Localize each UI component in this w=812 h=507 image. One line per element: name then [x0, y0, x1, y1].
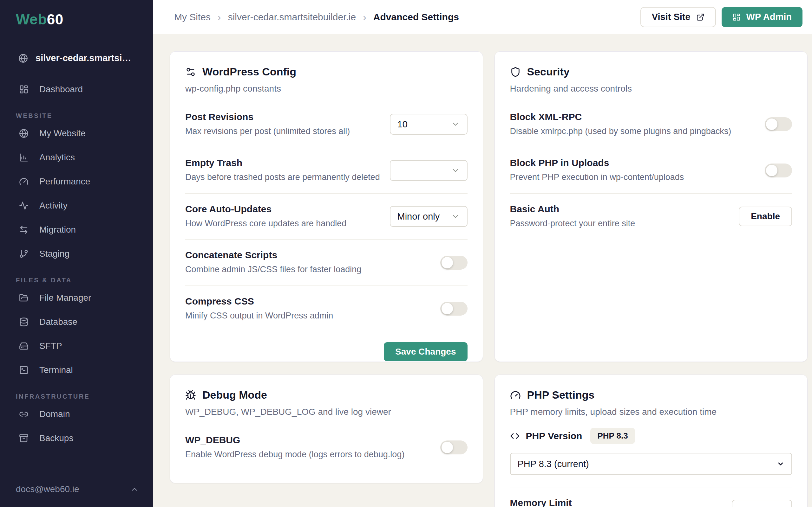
sliders-icon — [185, 66, 196, 77]
sidebar-item-file-manager[interactable]: File Manager — [0, 286, 153, 310]
sidebar-account-row[interactable]: docs@web60.ie — [0, 472, 153, 507]
setting-description: How WordPress core updates are handled — [185, 218, 380, 229]
setting-row-block-xml-rpc: Block XML-RPC Disable xmlrpc.php (used b… — [510, 101, 792, 147]
memory-limit-select[interactable]: 256 MB — [732, 500, 792, 507]
php-version-select[interactable]: PHP 8.3 (current) — [510, 453, 792, 475]
bar-chart-icon — [19, 153, 29, 162]
sidebar-item-database[interactable]: Database — [0, 310, 153, 334]
sidebar-item-performance[interactable]: Performance — [0, 170, 153, 193]
toggle-knob — [442, 257, 453, 268]
php-version-label: PHP Version — [526, 431, 582, 441]
setting-title: Core Auto-Updates — [185, 204, 380, 215]
setting-title: Post Revisions — [185, 112, 380, 122]
card-subtitle: Hardening and access controls — [510, 83, 792, 94]
setting-row-compress-css: Compress CSS Minify CSS output in WordPr… — [185, 285, 467, 331]
breadcrumb-site[interactable]: silver-cedar.smartsitebuilder.ie — [228, 12, 356, 22]
main-area: My Sites › silver-cedar.smartsitebuilder… — [153, 0, 812, 507]
sidebar-item-label: Dashboard — [39, 84, 83, 95]
setting-description: Combine admin JS/CSS files for faster lo… — [185, 264, 431, 275]
external-link-icon — [696, 13, 705, 21]
empty-trash-select[interactable] — [390, 160, 467, 181]
link-icon — [19, 409, 29, 419]
chevron-down-icon — [451, 166, 460, 175]
card-title: PHP Settings — [527, 389, 595, 401]
chevron-down-icon — [451, 120, 460, 129]
shield-icon — [510, 66, 521, 77]
git-branch-icon — [19, 249, 29, 259]
php-settings-card: PHP Settings PHP memory limits, upload s… — [495, 375, 808, 507]
sidebar-nav: Dashboard WEBSITE My Website Analytics — [0, 77, 153, 450]
activity-pulse-icon — [19, 201, 29, 210]
sidebar-footer: docs@web60.ie — [0, 472, 153, 507]
setting-title: Empty Trash — [185, 158, 380, 168]
sidebar-item-migration[interactable]: Migration — [0, 218, 153, 242]
toggle-knob — [442, 442, 453, 453]
php-version-row: PHP Version PHP 8.3 — [510, 428, 792, 444]
sidebar-section-website: WEBSITE — [0, 112, 153, 119]
save-changes-button[interactable]: Save Changes — [384, 342, 467, 361]
chevron-down-icon — [451, 212, 460, 221]
sidebar-item-activity[interactable]: Activity — [0, 193, 153, 218]
wp-admin-button[interactable]: WP Admin — [722, 7, 803, 27]
setting-row-empty-trash: Empty Trash Days before trashed posts ar… — [185, 147, 467, 193]
sidebar-item-backups[interactable]: Backups — [0, 426, 153, 450]
wordpress-config-card: WordPress Config wp-config.php constants… — [170, 51, 483, 362]
sidebar: Web60 silver-cedar.smartsi… Dashboard WE… — [0, 0, 153, 507]
breadcrumb-separator: › — [217, 12, 221, 22]
setting-description: Minify CSS output in WordPress admin — [185, 310, 431, 321]
sidebar-item-staging[interactable]: Staging — [0, 242, 153, 266]
gauge-icon — [510, 390, 521, 400]
arrows-left-right-icon — [19, 225, 29, 234]
wp-admin-label: WP Admin — [746, 12, 792, 22]
setting-description: Days before trashed posts are permanentl… — [185, 171, 380, 183]
breadcrumb-my-sites[interactable]: My Sites — [174, 12, 211, 22]
globe-icon — [19, 129, 29, 138]
setting-row-memory-limit: Memory Limit Maximum PHP memory per requ… — [510, 487, 792, 507]
sidebar-item-label: Migration — [39, 225, 76, 235]
sidebar-item-sftp[interactable]: SFTP — [0, 334, 153, 358]
toggle-knob — [766, 118, 777, 130]
setting-title: Compress CSS — [185, 296, 431, 307]
sidebar-item-label: Activity — [39, 201, 67, 211]
debug-mode-card: Debug Mode WP_DEBUG, WP_DEBUG_LOG and li… — [170, 375, 483, 483]
brand-logo[interactable]: Web60 — [0, 0, 153, 28]
sidebar-item-label: Analytics — [39, 153, 75, 163]
terminal-icon — [19, 365, 29, 375]
settings-content: WordPress Config wp-config.php constants… — [153, 34, 812, 507]
basic-auth-enable-button[interactable]: Enable — [739, 207, 792, 226]
breadcrumb-separator: › — [363, 12, 366, 22]
wp-debug-toggle[interactable] — [440, 441, 467, 454]
chevron-up-icon — [131, 485, 139, 493]
card-title: WordPress Config — [202, 66, 296, 78]
concatenate-scripts-toggle[interactable] — [440, 256, 467, 270]
sidebar-item-domain[interactable]: Domain — [0, 402, 153, 426]
database-icon — [19, 317, 29, 327]
setting-description: Max revisions per post (unlimited stores… — [185, 125, 380, 137]
card-subtitle: PHP memory limits, upload sizes and exec… — [510, 407, 792, 417]
code-icon — [510, 431, 519, 441]
toggle-knob — [442, 303, 453, 314]
chevron-down-icon — [775, 506, 784, 507]
post-revisions-select[interactable]: 10 — [390, 114, 467, 135]
block-xml-rpc-toggle[interactable] — [765, 117, 792, 131]
card-subtitle: WP_DEBUG, WP_DEBUG_LOG and live log view… — [185, 407, 467, 417]
sidebar-item-dashboard[interactable]: Dashboard — [0, 77, 153, 101]
security-card: Security Hardening and access controls B… — [495, 51, 808, 362]
visit-site-button[interactable]: Visit Site — [641, 7, 716, 27]
setting-title: WP_DEBUG — [185, 435, 431, 446]
sidebar-item-label: SFTP — [39, 341, 62, 351]
brand-secondary: 60 — [47, 11, 63, 27]
sidebar-site-selector[interactable]: silver-cedar.smartsi… — [0, 38, 153, 63]
breadcrumb-current-page: Advanced Settings — [373, 12, 459, 22]
setting-description: Prevent PHP execution in wp-content/uplo… — [510, 171, 756, 183]
block-php-uploads-toggle[interactable] — [765, 164, 792, 177]
sidebar-item-label: My Website — [39, 128, 86, 138]
setting-row-core-auto-updates: Core Auto-Updates How WordPress core upd… — [185, 193, 467, 239]
compress-css-toggle[interactable] — [440, 302, 467, 316]
setting-title: Concatenate Scripts — [185, 250, 431, 261]
core-auto-updates-select[interactable]: Minor only — [390, 206, 467, 227]
sidebar-item-terminal[interactable]: Terminal — [0, 358, 153, 382]
sidebar-item-analytics[interactable]: Analytics — [0, 146, 153, 170]
breadcrumb: My Sites › silver-cedar.smartsitebuilder… — [174, 12, 459, 22]
sidebar-item-my-website[interactable]: My Website — [0, 121, 153, 146]
